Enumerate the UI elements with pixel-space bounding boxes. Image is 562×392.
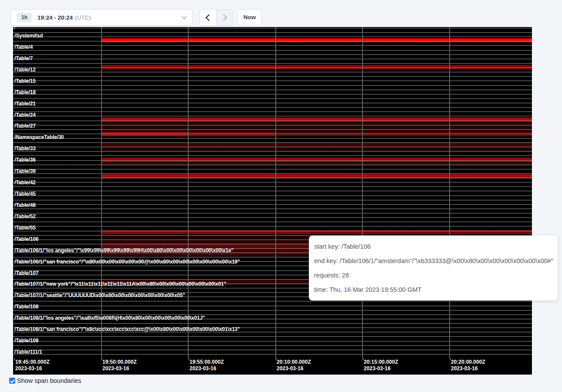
key-span-label: /Table/55	[14, 225, 36, 231]
time-gridline	[188, 27, 189, 358]
key-visualizer-heatmap[interactable]: /System/tsd/Table/4/Table/7/Table/12/Tab…	[13, 27, 532, 375]
tooltip-requests: requests: 28	[314, 271, 552, 280]
checkbox-checked-icon[interactable]	[9, 378, 15, 384]
checkbox-label: Show span boundaries	[17, 377, 81, 384]
timezone-text: (UTC)	[75, 14, 91, 21]
heatmap-plot-area[interactable]: /System/tsd/Table/4/Table/7/Table/12/Tab…	[13, 27, 532, 358]
key-span-label: /Table/108/1/"san francisco"/"\x8c\xcc\x…	[14, 327, 240, 332]
hot-span-band[interactable]	[101, 122, 532, 132]
key-span-label: /Table/52	[14, 214, 36, 220]
key-span-label: /Table/33	[14, 146, 36, 152]
hot-span-band[interactable]	[101, 65, 532, 69]
axis-date-label: 2023-03-16	[364, 365, 390, 372]
hot-span-segment	[362, 132, 449, 136]
time-gridline	[101, 27, 102, 358]
hot-span-segment	[275, 132, 362, 136]
time-gridline	[362, 27, 363, 358]
span-boundary-lines-overlay	[13, 28, 532, 358]
key-span-label: /Table/107/1/"new york"/"\x11\x11\x11\x1…	[14, 281, 226, 287]
show-span-boundaries-toggle[interactable]: Show span boundaries	[9, 377, 81, 384]
hot-span-segment	[188, 132, 275, 136]
key-span-label: /Table/108/1/"los angeles"/"\xa8\xf5\u00…	[14, 315, 205, 321]
key-span-label: /Table/7	[14, 56, 33, 61]
hot-span-band[interactable]	[101, 174, 532, 179]
previous-interval-button[interactable]	[200, 10, 216, 25]
axis-date-label: 2023-03-16	[451, 365, 477, 372]
axis-tick	[363, 358, 363, 360]
axis-date-label: 2023-03-16	[102, 365, 129, 372]
hot-span-band[interactable]	[101, 118, 532, 122]
hot-span-band[interactable]	[101, 143, 532, 147]
chevron-right-icon	[220, 14, 227, 21]
axis-date-label: 2023-03-16	[15, 365, 42, 372]
axis-tick	[14, 358, 15, 360]
key-span-label: /Table/4	[14, 44, 33, 50]
key-span-label: /Table/39	[14, 169, 36, 174]
tooltip-start-key: start key: /Table/106	[314, 242, 552, 251]
axis-date-label: 2023-03-16	[190, 365, 216, 372]
key-span-label: /Table/42	[14, 180, 36, 186]
axis-time-label: 19:55:00.000Z	[190, 359, 224, 365]
axis-tick	[102, 358, 102, 360]
key-span-label: /Table/21	[14, 101, 36, 107]
key-span-label: /Table/111/1	[14, 349, 42, 355]
time-gridline	[275, 27, 276, 358]
hot-span-band[interactable]	[101, 132, 532, 136]
time-gridline	[449, 27, 450, 358]
hot-span-band[interactable]	[101, 158, 532, 162]
now-button[interactable]: Now	[237, 9, 262, 25]
key-span-label: /Table/107/1/"seattle"/"UUUUUUD\x00\x80\…	[14, 293, 185, 298]
span-tooltip: start key: /Table/106 end key: /Table/10…	[309, 236, 558, 301]
axis-time-label: 20:15:00.000Z	[364, 359, 398, 365]
key-span-label: /Table/12	[14, 67, 36, 73]
axis-time-label: 20:10:00.000Z	[277, 359, 311, 365]
axis-tick	[450, 358, 450, 360]
key-span-label: /Table/109	[14, 338, 38, 344]
key-span-label: /Table/106	[14, 237, 38, 242]
key-span-label: /Table/45	[14, 191, 36, 197]
hot-span-band[interactable]	[101, 162, 532, 166]
key-span-label: /Table/108	[14, 304, 38, 310]
axis-time-label: 19:50:00.000Z	[102, 359, 137, 365]
key-span-label: /Table/106/1/"san francisco"/"\x80\x00\x…	[14, 259, 240, 265]
axis-time-label: 20:20:00.000Z	[451, 359, 485, 365]
hot-span-segment	[449, 132, 532, 136]
chevron-left-icon	[206, 14, 213, 21]
time-range-select[interactable]: 1h 19:24 - 20:24 (UTC)	[10, 9, 193, 26]
key-span-label: /Table/18	[14, 90, 36, 95]
key-span-label: /Table/36	[14, 157, 36, 163]
next-interval-button[interactable]	[216, 10, 233, 25]
hot-span-band[interactable]	[101, 38, 532, 42]
hot-span-band[interactable]	[101, 147, 532, 152]
key-span-label: /Table/27	[14, 123, 36, 129]
time-nav-button-group	[200, 9, 233, 26]
time-range-text: 19:24 - 20:24	[37, 14, 73, 21]
axis-date-label: 2023-03-16	[277, 365, 303, 372]
axis-tick	[189, 358, 189, 360]
key-span-label: /Table/106/1/"los angeles"/"\x99\x99\x99…	[14, 248, 234, 253]
axis-tick	[276, 358, 276, 360]
time-preset-badge: 1h	[17, 13, 32, 22]
key-span-label: /Table/48	[14, 203, 36, 208]
axis-time-label: 19:45:00.000Z	[15, 359, 50, 365]
key-span-label: /NamespaceTable/30	[14, 135, 64, 140]
key-span-label: /Table/107	[14, 270, 38, 276]
key-span-label: /System/tsd	[14, 33, 43, 39]
axis-tick	[14, 27, 15, 29]
tooltip-time: time: Thu, 16 Mar 2023 19:55:00 GMT	[314, 285, 552, 294]
tooltip-end-key: end key: /Table/106/1/"amsterdam"/"\xb33…	[314, 257, 552, 265]
hot-span-segment	[101, 132, 188, 136]
key-span-label: /Table/15	[14, 78, 36, 84]
key-span-label: /Table/24	[14, 112, 36, 118]
chevron-down-icon	[182, 14, 186, 19]
hot-span-band[interactable]	[101, 230, 532, 234]
